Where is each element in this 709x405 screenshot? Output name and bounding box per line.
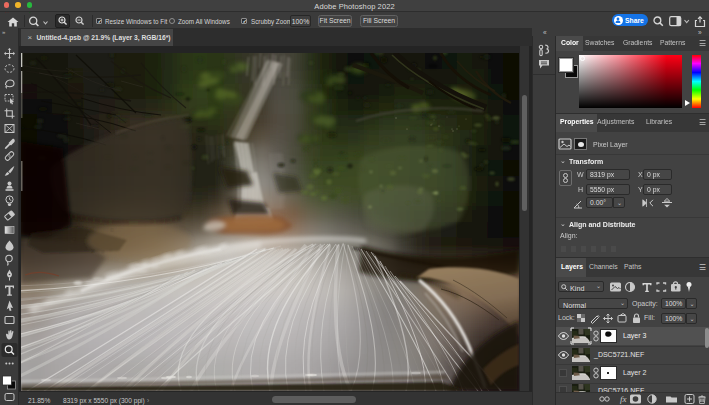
svg-text:fx: fx xyxy=(620,394,627,404)
